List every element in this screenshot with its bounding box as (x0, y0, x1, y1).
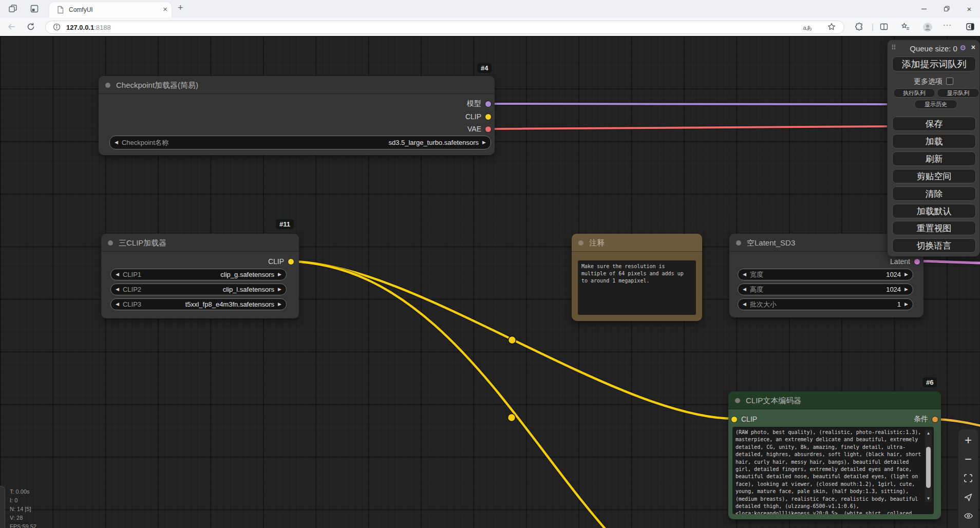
browser-tab[interactable]: ComfyUI × (49, 2, 172, 17)
extensions-icon[interactable] (855, 22, 864, 31)
widget-clip2[interactable]: ◀ CLIP2 clip_l.safetensors ▶ (110, 284, 287, 295)
node-title[interactable]: CLIP文本编码器 (728, 391, 941, 409)
select-mode-button[interactable] (959, 487, 977, 506)
arrow-right-icon[interactable]: ▶ (278, 272, 281, 277)
clipspace-button[interactable]: 剪贴空间 (892, 169, 976, 183)
zoom-in-button[interactable]: + (959, 430, 977, 449)
arrow-left-icon[interactable]: ◀ (743, 272, 746, 277)
save-button[interactable]: 保存 (892, 117, 976, 131)
more-options-checkbox[interactable] (946, 78, 953, 85)
output-slot-clip[interactable]: CLIP (465, 110, 491, 123)
arrow-right-icon[interactable]: ▶ (904, 287, 908, 292)
clip-slot-dot[interactable] (288, 259, 294, 265)
node-checkpoint-loader[interactable]: Checkpoint加载器(简易) 模型 CLIP VAE ◀ Checkpoi… (99, 76, 495, 155)
scroll-down-icon[interactable]: ▼ (925, 496, 932, 501)
load-button[interactable]: 加载 (892, 134, 976, 148)
settings-gear-icon[interactable]: ⚙ (959, 44, 966, 52)
scroll-up-icon[interactable]: ▲ (925, 431, 932, 436)
scrollbar-thumb[interactable] (926, 447, 931, 488)
tab-actions-icon[interactable] (30, 4, 39, 13)
toggle-language-button[interactable]: 切换语言 (892, 238, 976, 253)
extra-queue-front-button[interactable]: 执行队列 (893, 88, 935, 98)
refresh-button[interactable]: 刷新 (892, 152, 976, 166)
clip-slot-dot[interactable] (731, 417, 737, 422)
arrow-left-icon[interactable]: ◀ (116, 302, 119, 307)
copilot-sidebar-icon[interactable] (966, 22, 975, 31)
view-history-button[interactable]: 显示历史 (914, 100, 957, 109)
arrow-left-icon[interactable]: ◀ (116, 272, 119, 277)
output-slot-model[interactable]: 模型 (467, 98, 491, 110)
node-title[interactable]: 注释 (572, 234, 702, 252)
clear-button[interactable]: 清除 (892, 186, 976, 201)
toggle-visibility-eye-icon[interactable] (959, 506, 977, 525)
fit-view-button[interactable] (959, 468, 977, 487)
model-slot-dot[interactable] (485, 101, 491, 107)
back-icon[interactable] (7, 22, 16, 31)
node-title[interactable]: Checkpoint加载器(简易) (99, 76, 495, 94)
node-triple-clip-loader[interactable]: 三CLIP加载器 CLIP ◀ CLIP1 clip_g.safetensors… (101, 234, 299, 318)
node-collapse-dot[interactable] (736, 240, 741, 246)
new-tab-button[interactable]: + (178, 3, 183, 13)
refresh-icon[interactable] (26, 22, 35, 31)
output-slot-conditioning[interactable]: 条件 (914, 413, 938, 425)
menu-close-icon[interactable]: × (971, 43, 975, 51)
window-minimize-button[interactable] (917, 5, 931, 13)
output-slot-vae[interactable]: VAE (467, 123, 491, 135)
output-slot-clip[interactable]: CLIP (268, 255, 294, 268)
collections-icon[interactable] (901, 22, 910, 31)
vae-slot-dot[interactable] (485, 126, 491, 132)
widget-clip3[interactable]: ◀ CLIP3 t5xxl_fp8_e4m3fn.safetensors ▶ (110, 298, 287, 310)
widget-batch-size[interactable]: ◀ 批次大小 1 ▶ (738, 298, 913, 310)
arrow-right-icon[interactable]: ▶ (278, 302, 281, 307)
arrow-right-icon[interactable]: ▶ (278, 287, 281, 292)
queue-prompt-button[interactable]: 添加提示词队列 (892, 56, 976, 71)
arrow-left-icon[interactable]: ◀ (743, 302, 746, 307)
site-info-icon[interactable] (53, 23, 61, 33)
stat-iterations: I: 0 (10, 496, 36, 505)
clip-slot-dot[interactable] (485, 114, 491, 120)
zoom-out-button[interactable]: − (959, 449, 977, 468)
tab-close-icon[interactable]: × (163, 5, 167, 13)
arrow-left-icon[interactable]: ◀ (743, 287, 746, 292)
translate-icon[interactable]: aあ (803, 24, 812, 32)
node-collapse-dot[interactable] (578, 240, 583, 246)
node-clip-text-encode[interactable]: CLIP文本编码器 CLIP 条件 (RAW photo, best quali… (728, 391, 941, 519)
node-title[interactable]: 三CLIP加载器 (101, 234, 299, 252)
arrow-right-icon[interactable]: ▶ (482, 140, 486, 145)
load-default-button[interactable]: 加载默认 (892, 204, 976, 218)
toolbar-divider (872, 24, 873, 31)
reset-view-button[interactable]: 重置视图 (892, 221, 976, 235)
prompt-scrollbar[interactable]: ▲ ▼ (925, 430, 932, 502)
widget-height[interactable]: ◀ 高度 1024 ▶ (738, 284, 913, 295)
arrow-left-icon[interactable]: ◀ (115, 140, 118, 145)
view-queue-button[interactable]: 显示队列 (937, 88, 979, 98)
slot-label: CLIP (268, 257, 284, 266)
input-slot-clip[interactable]: CLIP (731, 413, 757, 425)
split-screen-icon[interactable] (879, 22, 889, 31)
latent-slot-dot[interactable] (914, 259, 920, 265)
node-collapse-dot[interactable] (735, 398, 740, 403)
widget-width[interactable]: ◀ 宽度 1024 ▶ (738, 269, 913, 280)
address-bar[interactable]: 127.0.0.1:8188 aあ (45, 21, 844, 34)
node-collapse-dot[interactable] (105, 83, 110, 88)
profile-avatar[interactable] (922, 22, 932, 31)
arrow-right-icon[interactable]: ▶ (904, 272, 908, 277)
arrow-right-icon[interactable]: ▶ (904, 302, 908, 307)
widget-clip1[interactable]: ◀ CLIP1 clip_g.safetensors ▶ (110, 269, 287, 280)
favorite-star-icon[interactable] (827, 23, 836, 31)
window-restore-button[interactable] (940, 5, 953, 13)
url-text[interactable]: 127.0.0.1:8188 (66, 24, 111, 31)
more-menu-icon[interactable]: ··· (943, 21, 952, 30)
collapsed-panel-edge[interactable] (0, 486, 5, 528)
node-id-badge: #6 (922, 378, 937, 387)
window-close-button[interactable]: × (963, 5, 976, 13)
note-text[interactable]: Make sure the resolution is multiple of … (578, 260, 696, 315)
widget-checkpoint-name[interactable]: ◀ Checkpoint名称 sd3.5_large_turbo.safeten… (109, 136, 491, 149)
arrow-left-icon[interactable]: ◀ (116, 287, 119, 292)
node-collapse-dot[interactable] (108, 240, 113, 246)
conditioning-slot-dot[interactable] (932, 417, 938, 422)
output-slot-latent[interactable]: Latent (890, 255, 920, 268)
prompt-textarea[interactable]: (RAW photo, best quality), (realistic, p… (732, 427, 934, 514)
node-note[interactable]: 注释 Make sure the resolution is multiple … (572, 234, 702, 321)
workspaces-icon[interactable] (8, 4, 17, 13)
